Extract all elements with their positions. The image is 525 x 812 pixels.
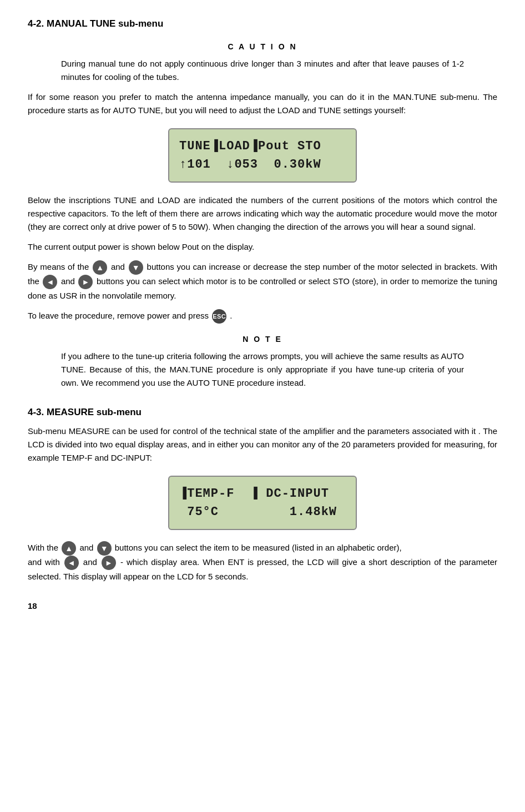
- measure-para2-line2-mid1: and: [83, 557, 97, 567]
- manual-tune-para3: By means of the ▲ and ▼ buttons you can …: [28, 260, 497, 302]
- para3-suffix: buttons you can select which motor is to…: [28, 276, 497, 300]
- measure-para2-line2-prefix: and with: [28, 557, 60, 567]
- measure-para2-line2-suffix: - which display area. When ENT is presse…: [28, 557, 497, 581]
- down-button-measure[interactable]: ▼: [97, 541, 112, 556]
- esc-button-inline[interactable]: ESC: [212, 309, 226, 324]
- lcd-display-2: ▐TEMP-F ▐ DC-INPUT 75°C 1.48kW: [168, 476, 357, 530]
- manual-tune-para2: The current output power is shown below …: [28, 240, 497, 254]
- note-text: If you adhere to the tune-up criteria fo…: [61, 350, 464, 390]
- para4-prefix: To leave the procedure, remove power and…: [28, 311, 209, 320]
- right-button-inline[interactable]: ►: [78, 275, 93, 289]
- right-button-measure[interactable]: ►: [102, 556, 116, 570]
- down-button-inline[interactable]: ▼: [129, 260, 143, 275]
- up-button-inline[interactable]: ▲: [93, 260, 107, 275]
- caution-block: During manual tune do not apply continuo…: [61, 57, 464, 84]
- measure-para2-mid1: and: [79, 543, 93, 552]
- caution-label: C A U T I O N: [28, 41, 497, 53]
- measure-intro: Sub-menu MEASURE can be used for control…: [28, 425, 497, 465]
- manual-tune-intro: If for some reason you prefer to match t…: [28, 90, 497, 117]
- lcd2-line2: 75°C 1.48kW: [179, 503, 346, 521]
- measure-para2: With the ▲ and ▼ buttons you can select …: [28, 541, 497, 583]
- left-button-measure[interactable]: ◄: [64, 556, 79, 570]
- measure-para2-mid2: buttons you can select the item to be me…: [115, 543, 402, 552]
- para3-mid1: and: [111, 262, 125, 271]
- page-number: 18: [28, 600, 497, 613]
- caution-text: During manual tune do not apply continuo…: [61, 57, 464, 84]
- section-heading-measure: 4-3. MEASURE sub-menu: [28, 405, 497, 420]
- para4-suffix: .: [230, 311, 232, 320]
- manual-tune-para4: To leave the procedure, remove power and…: [28, 309, 497, 324]
- note-label: N O T E: [28, 334, 497, 345]
- para3-prefix: By means of the: [28, 262, 89, 271]
- lcd1-line1: TUNE▐LOAD▐Pout STO: [179, 137, 346, 155]
- lcd2-line1: ▐TEMP-F ▐ DC-INPUT: [179, 485, 346, 503]
- left-button-inline[interactable]: ◄: [43, 275, 57, 289]
- measure-para2-prefix: With the: [28, 543, 58, 552]
- para3-mid3: and: [61, 276, 75, 286]
- manual-tune-para1: Below the inscriptions TUNE and LOAD are…: [28, 194, 497, 234]
- lcd1-line2: ↑101 ↓053 0.30kW: [179, 155, 346, 174]
- up-button-measure[interactable]: ▲: [62, 541, 76, 556]
- note-block: If you adhere to the tune-up criteria fo…: [61, 350, 464, 390]
- section-heading-manual-tune: 4-2. MANUAL TUNE sub-menu: [28, 17, 497, 31]
- lcd-display-1: TUNE▐LOAD▐Pout STO ↑101 ↓053 0.30kW: [168, 128, 357, 183]
